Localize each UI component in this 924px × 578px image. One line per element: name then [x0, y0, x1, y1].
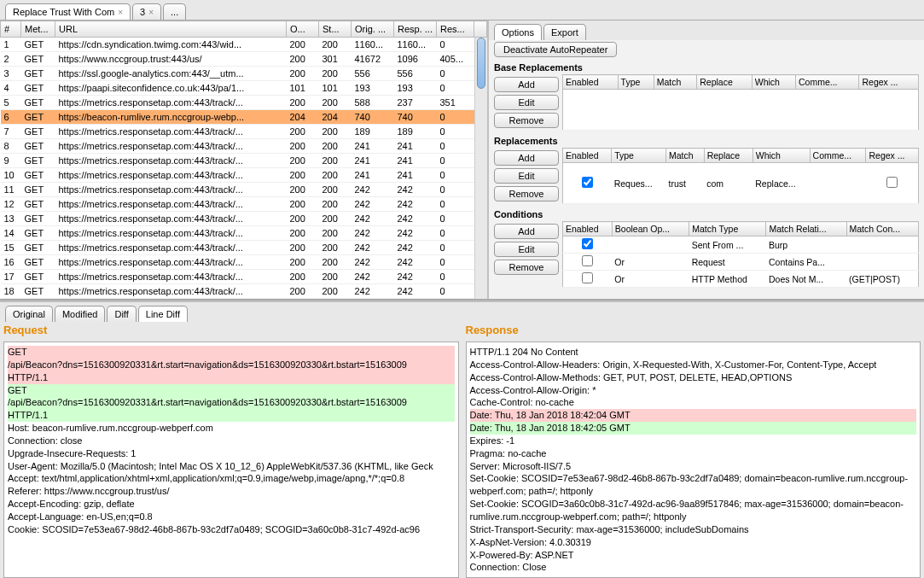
cell: 200 [287, 96, 319, 110]
table-row[interactable]: 4GEThttps://paapi.siteconfidence.co.uk:4… [1, 81, 487, 96]
cond-edit-button[interactable]: Edit [494, 242, 559, 257]
table-row[interactable]: 10GEThttps://metrics.responsetap.com:443… [1, 168, 487, 183]
table-row[interactable]: Sent From ...Burp [563, 236, 919, 254]
cell: Does Not M... [766, 271, 846, 288]
cell: 6 [1, 110, 21, 125]
cell: 189 [394, 125, 437, 139]
diff-tab-line-diff[interactable]: Line Diff [138, 306, 188, 322]
cell: GET [21, 183, 55, 197]
cell: 200 [319, 125, 352, 139]
col-header[interactable]: Match Con... [846, 222, 918, 236]
table-row[interactable]: 13GEThttps://metrics.responsetap.com:443… [1, 212, 487, 226]
table-row[interactable]: 8GEThttps://metrics.responsetap.com:443/… [1, 139, 487, 154]
cond-remove-button[interactable]: Remove [494, 260, 559, 275]
checkbox[interactable] [582, 238, 593, 249]
table-row[interactable]: 5GEThttps://metrics.responsetap.com:443/… [1, 96, 487, 110]
cond-add-button[interactable]: Add [494, 224, 559, 239]
base-remove-button[interactable]: Remove [494, 113, 559, 128]
base-replacements-table[interactable]: EnabledTypeMatchReplaceWhichComme...Rege… [562, 74, 919, 131]
table-row[interactable]: 2GEThttps://www.nccgroup.trust:443/us/20… [1, 52, 487, 67]
checkbox[interactable] [582, 272, 593, 283]
col-header[interactable]: Boolean Op... [612, 222, 689, 236]
table-row[interactable]: 17GEThttps://metrics.responsetap.com:443… [1, 270, 487, 284]
checkbox[interactable] [582, 177, 593, 188]
log-header[interactable]: Orig. ... [352, 21, 394, 38]
close-icon[interactable]: × [148, 8, 154, 17]
cell: 1160... [394, 38, 437, 52]
table-row[interactable]: OrHTTP MethodDoes Not M...(GET|POST) [563, 271, 919, 288]
replacements-table[interactable]: EnabledTypeMatchReplaceWhichComme...Rege… [562, 148, 919, 204]
col-header[interactable]: Match [666, 149, 705, 163]
base-edit-button[interactable]: Edit [494, 95, 559, 110]
col-header[interactable]: Replace [704, 149, 753, 163]
top-tab-2[interactable]: ... [163, 3, 186, 20]
cell: GET [21, 168, 55, 183]
checkbox[interactable] [582, 255, 593, 266]
deactivate-button[interactable]: Deactivate AutoRepeater [494, 42, 617, 57]
cell: 242 [352, 197, 394, 212]
diff-tab-original[interactable]: Original [5, 306, 53, 322]
log-header[interactable]: # [1, 21, 21, 38]
log-header[interactable]: Resp. ... [394, 21, 437, 38]
table-row[interactable]: 9GEThttps://metrics.responsetap.com:443/… [1, 154, 487, 168]
log-header[interactable]: URL [55, 21, 287, 38]
table-row[interactable]: 16GEThttps://metrics.responsetap.com:443… [1, 255, 487, 270]
config-tab-export[interactable]: Export [543, 24, 586, 40]
table-row[interactable]: 1GEThttps://cdn.syndication.twimg.com:44… [1, 38, 487, 52]
table-row[interactable]: 3GEThttps://ssl.google-analytics.com:443… [1, 67, 487, 81]
top-tab-1[interactable]: 3× [132, 3, 161, 20]
table-row[interactable]: 7GEThttps://metrics.responsetap.com:443/… [1, 125, 487, 139]
cell: 200 [287, 168, 319, 183]
diff-line: Upgrade-Insecure-Requests: 1 [8, 447, 455, 460]
response-diff-view[interactable]: HTTP/1.1 204 No ContentAccess-Control-Al… [466, 342, 921, 578]
cell [810, 163, 866, 204]
checkbox[interactable] [886, 177, 898, 188]
repl-edit-button[interactable]: Edit [494, 168, 559, 184]
config-tab-options[interactable]: Options [494, 24, 542, 40]
log-scrollbar[interactable] [474, 38, 487, 299]
request-diff-view[interactable]: GET/api/Beacon?dns=1516300920331&rt.star… [3, 342, 459, 578]
log-header[interactable]: St... [319, 21, 352, 38]
col-header[interactable]: Type [612, 149, 666, 163]
col-header[interactable]: Comme... [810, 149, 866, 163]
col-header[interactable]: Regex ... [866, 149, 919, 163]
base-add-button[interactable]: Add [494, 77, 559, 92]
table-row[interactable]: 6GEThttps://beacon-rumlive.rum.nccgroup-… [1, 110, 487, 125]
log-panel: #Met...URLO...St...Orig. ...Resp. ...Res… [0, 20, 489, 299]
col-header[interactable]: Enabled [563, 75, 619, 90]
log-header[interactable]: O... [287, 21, 319, 38]
table-row[interactable]: OrRequestContains Pa... [563, 254, 919, 271]
table-row[interactable]: Reques...trustcomReplace... [563, 163, 919, 204]
conditions-table[interactable]: EnabledBoolean Op...Match TypeMatch Rela… [562, 221, 919, 288]
col-header[interactable]: Replace [697, 75, 753, 90]
top-tab-0[interactable]: Replace Trust With Com× [5, 3, 131, 20]
repl-remove-button[interactable]: Remove [494, 186, 559, 201]
diff-tab-diff[interactable]: Diff [107, 306, 136, 322]
scroll-thumb[interactable] [477, 38, 485, 89]
col-header[interactable]: Which [753, 149, 810, 163]
col-header[interactable]: Regex ... [859, 75, 919, 90]
col-header[interactable]: Match [654, 75, 696, 90]
diff-line: User-Agent: Mozilla/5.0 (Macintosh; Inte… [8, 460, 455, 473]
repl-add-button[interactable]: Add [494, 150, 559, 166]
table-row[interactable]: 15GEThttps://metrics.responsetap.com:443… [1, 241, 487, 255]
col-header[interactable]: Type [618, 75, 654, 90]
cell: https://metrics.responsetap.com:443/trac… [55, 212, 287, 226]
cell: 242 [394, 212, 437, 226]
close-icon[interactable]: × [118, 8, 123, 17]
col-header[interactable]: Enabled [563, 149, 612, 163]
tab-label: ... [171, 7, 178, 17]
col-header[interactable]: Comme... [796, 75, 859, 90]
table-row[interactable]: 14GEThttps://metrics.responsetap.com:443… [1, 226, 487, 241]
log-header[interactable]: Res... [437, 21, 474, 38]
table-row[interactable]: 12GEThttps://metrics.responsetap.com:443… [1, 197, 487, 212]
col-header[interactable]: Match Relati... [766, 222, 846, 236]
log-header[interactable]: Met... [21, 21, 55, 38]
col-header[interactable]: Enabled [563, 222, 613, 236]
col-header[interactable]: Which [752, 75, 795, 90]
diff-tab-modified[interactable]: Modified [55, 306, 106, 322]
table-row[interactable]: 18GEThttps://metrics.responsetap.com:443… [1, 284, 487, 299]
col-header[interactable]: Match Type [689, 222, 766, 236]
table-row[interactable]: 11GEThttps://metrics.responsetap.com:443… [1, 183, 487, 197]
request-log-table[interactable]: #Met...URLO...St...Orig. ...Resp. ...Res… [0, 20, 487, 299]
